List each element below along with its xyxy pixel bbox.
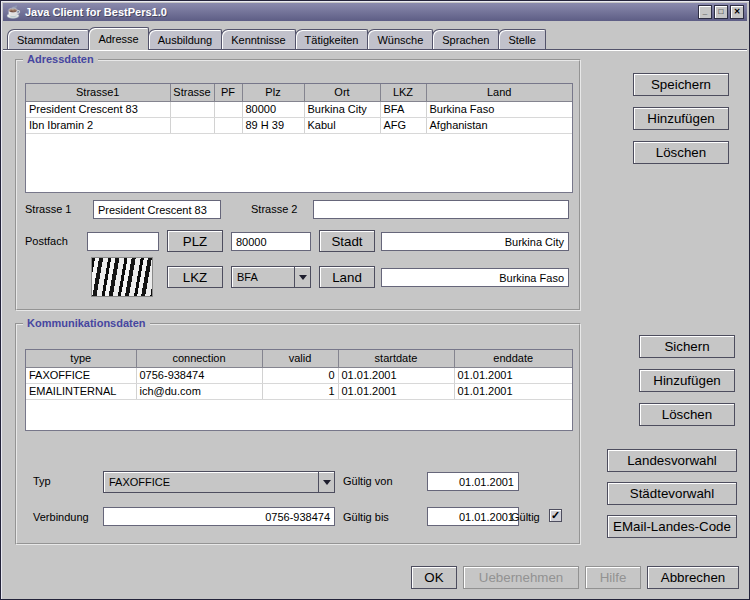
sichern-button[interactable]: Sichern [639,335,735,358]
loeschen-komm-button[interactable]: Löschen [639,403,735,426]
strasse2-label: Strasse 2 [251,203,297,215]
staedtevorwahl-button[interactable]: Städtevorwahl [607,482,737,505]
uebernehmen-button[interactable]: Uebernehmen [463,566,579,589]
cell: BFA [380,101,426,117]
kommunikationsdaten-group: Kommunikationsdaten type connection vali… [15,323,581,545]
cell [170,101,214,117]
gueltig-bis-label: Gültig bis [343,511,389,523]
column-header-land[interactable]: Land [426,84,572,101]
cell: 01.01.2001 [454,383,572,399]
tab-ausbildung[interactable]: Ausbildung [148,29,222,49]
adressdaten-group-title: Adressdaten [23,53,98,65]
hinzufuegen-address-button[interactable]: Hinzufügen [633,107,729,130]
cell: Burkina City [304,101,380,117]
ok-button[interactable]: OK [411,566,457,589]
window-title: Java Client for BestPers1.0 [25,6,696,18]
cell: 80000 [242,101,304,117]
cell: EMAILINTERNAL [26,383,136,399]
tab-stelle[interactable]: Stelle [498,29,546,49]
cell: 0756-938474 [136,367,262,383]
column-header-plz[interactable]: Plz [242,84,304,101]
komm-table-row[interactable]: EMAILINTERNAL ich@du.com 1 01.01.2001 01… [26,383,572,399]
column-header-valid[interactable]: valid [262,350,338,367]
cell [170,117,214,133]
cell: President Crescent 83 [26,101,170,117]
cell: Afghanistan [426,117,572,133]
email-landes-code-button[interactable]: EMail-Landes-Code [607,515,737,538]
hilfe-button[interactable]: Hilfe [585,566,641,589]
stadt-button[interactable]: Stadt [319,230,375,252]
column-header-type[interactable]: type [26,350,136,367]
cell: 01.01.2001 [338,383,454,399]
land-button[interactable]: Land [319,266,375,288]
typ-combobox-value: FAXOFFICE [104,472,318,492]
address-table-row[interactable]: President Crescent 83 80000 Burkina City… [26,101,572,117]
title-bar: ☕ Java Client for BestPers1.0 _ □ ✕ [3,3,747,21]
gueltig-bis-field[interactable]: 01.01.2001 [427,507,519,526]
plz-button[interactable]: PLZ [167,230,223,252]
komm-table-row[interactable]: FAXOFFICE 0756-938474 0 01.01.2001 01.01… [26,367,572,383]
column-header-strasse[interactable]: Strasse [170,84,214,101]
land-field[interactable]: Burkina Faso [381,268,569,287]
close-icon[interactable]: ✕ [730,5,744,19]
column-header-startdate[interactable]: startdate [338,350,454,367]
minimize-icon[interactable]: _ [698,5,712,19]
gueltig-checkbox[interactable]: ✓ [549,509,562,522]
cell: Burkina Faso [426,101,572,117]
zebra-image [91,257,153,297]
tab-adresse[interactable]: Adresse [88,27,148,50]
cell: 01.01.2001 [338,367,454,383]
gueltig-von-label: Gültig von [343,475,393,487]
adressdaten-group: Adressdaten Strasse1 Strasse PF Plz Ort … [15,59,581,311]
tab-kenntnisse[interactable]: Kenntnisse [221,29,295,49]
column-header-connection[interactable]: connection [136,350,262,367]
postfach-label: Postfach [25,235,68,247]
column-header-lkz[interactable]: LKZ [380,84,426,101]
hinzufuegen-komm-button[interactable]: Hinzufügen [639,369,735,392]
gueltig-von-field[interactable]: 01.01.2001 [427,472,519,491]
speichern-button[interactable]: Speichern [633,73,729,96]
app-window: ☕ Java Client for BestPers1.0 _ □ ✕ Stam… [0,0,750,600]
lkz-button[interactable]: LKZ [167,266,223,288]
strasse1-field[interactable]: President Crescent 83 [93,200,221,219]
cell: Ibn Ibramin 2 [26,117,170,133]
tab-stammdaten[interactable]: Stammdaten [7,29,89,49]
strasse1-label: Strasse 1 [25,203,71,215]
cell: FAXOFFICE [26,367,136,383]
tab-sprachen[interactable]: Sprachen [432,29,499,49]
komm-table-header-row: type connection valid startdate enddate [26,350,572,367]
tab-taetigkeiten[interactable]: Tätigkeiten [295,29,369,49]
java-cup-icon: ☕ [6,6,21,18]
cell: 01.01.2001 [454,367,572,383]
strasse2-field[interactable] [313,200,569,219]
verbindung-field[interactable]: 0756-938474 [103,507,335,526]
cell: 89 H 39 [242,117,304,133]
address-table-row[interactable]: Ibn Ibramin 2 89 H 39 Kabul AFG Afghanis… [26,117,572,133]
check-icon: ✓ [551,510,560,521]
column-header-enddate[interactable]: enddate [454,350,572,367]
cell [214,101,242,117]
kommunikation-table: type connection valid startdate enddate … [25,349,573,431]
cell: 0 [262,367,338,383]
kommunikationsdaten-group-title: Kommunikationsdaten [23,317,150,329]
tab-wuensche[interactable]: Wünsche [367,29,433,49]
loeschen-address-button[interactable]: Löschen [633,141,729,164]
typ-combobox[interactable]: FAXOFFICE [103,471,335,493]
tab-bar: Stammdaten Adresse Ausbildung Kenntnisse… [7,27,745,49]
lkz-combobox-value: BFA [232,267,294,287]
address-table: Strasse1 Strasse PF Plz Ort LKZ Land Pre… [25,83,573,193]
cell: Kabul [304,117,380,133]
maximize-icon[interactable]: □ [714,5,728,19]
postfach-field[interactable] [87,232,159,251]
abbrechen-button[interactable]: Abbrechen [647,566,739,589]
stadt-field[interactable]: Burkina City [381,232,569,251]
column-header-ort[interactable]: Ort [304,84,380,101]
plz-field[interactable]: 80000 [231,232,311,251]
verbindung-label: Verbindung [33,511,89,523]
column-header-pf[interactable]: PF [214,84,242,101]
chevron-down-icon [318,472,334,492]
column-header-strasse1[interactable]: Strasse1 [26,84,170,101]
landesvorwahl-button[interactable]: Landesvorwahl [607,449,737,472]
lkz-combobox[interactable]: BFA [231,266,311,288]
address-table-header-row: Strasse1 Strasse PF Plz Ort LKZ Land [26,84,572,101]
